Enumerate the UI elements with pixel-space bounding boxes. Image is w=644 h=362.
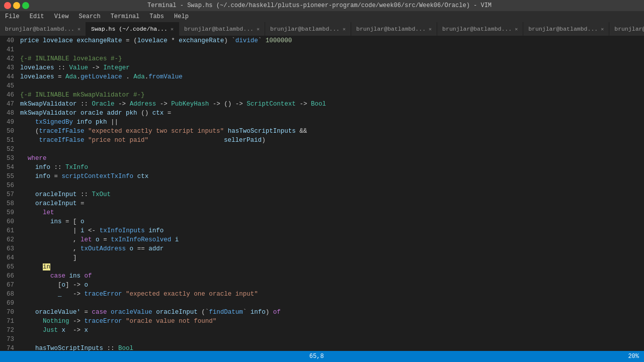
window-controls[interactable] [4,2,29,9]
table-row: 42 {-# INLINABLE lovelaces #-} [0,54,644,63]
table-row: 74 hasTwoScriptInputs :: Bool [0,344,644,351]
close-button[interactable] [4,2,11,9]
table-row: 50 (traceIfFalse "expected exactly two s… [0,127,644,136]
minimize-button[interactable] [13,2,20,9]
table-row: 61 | i <- txInfoInputs info [0,226,644,235]
tab-close-5[interactable]: ✕ [515,26,518,32]
tab-7[interactable]: brunjlar@batlambd... ✕ [609,22,644,36]
table-row: 56 [0,181,644,190]
tab-bar: brunjlar@batlambd... ✕ Swap.hs (~/.code/… [0,22,644,36]
table-row: 41 [0,45,644,54]
tab-0[interactable]: brunjlar@batlambd... ✕ [0,22,86,36]
tab-3[interactable]: brunjlar@batlambd... ✕ [265,22,351,36]
menu-terminal[interactable]: Terminal [108,12,143,21]
table-row: 69 [0,299,644,308]
table-row: 51 traceIfFalse "price not paid" sellerP… [0,136,644,145]
cursor-position: 65,8 [309,353,324,360]
tab-close-2[interactable]: ✕ [257,26,260,32]
tab-close-4[interactable]: ✕ [429,26,432,32]
table-row: 57 oracleInput :: TxOut [0,190,644,199]
status-bar: 65,8 20% [0,351,644,362]
menu-tabs[interactable]: Tabs [146,12,167,21]
table-row: 53 where [0,154,644,163]
table-row: 60 ins = [ o [0,217,644,226]
tab-5[interactable]: brunjlar@batlambd... ✕ [437,22,523,36]
tab-4[interactable]: brunjlar@batlambd... ✕ [351,22,437,36]
tab-close-6[interactable]: ✕ [601,26,604,32]
table-row: 59 let [0,208,644,217]
tab-6[interactable]: brunjlar@batlambd... ✕ [523,22,609,36]
table-row: 44 lovelaces = Ada.getLovelace . Ada.fro… [0,72,644,81]
table-row: 54 info :: TxInfo [0,163,644,172]
tab-2[interactable]: brunjlar@batlambd... ✕ [179,22,265,36]
zoom-level: 20% [628,353,639,360]
table-row: 71 Nothing -> traceError "oracle value n… [0,317,644,326]
table-row: 68 _ -> traceError "expected exactly one… [0,290,644,299]
menu-view[interactable]: View [51,12,72,21]
table-row: 48 mkSwapValidator oracle addr pkh () ct… [0,109,644,118]
window-title: Terminal - Swap.hs (~/.code/haskell/plut… [29,2,610,9]
table-row: 70 oracleValue' = case oracleValue oracl… [0,308,644,317]
code-lines: 40 price lovelace exchangeRate = (lovela… [0,36,644,351]
table-row: 63 , txOutAddress o == addr [0,244,644,253]
table-row: 43 lovelaces :: Value -> Integer [0,63,644,72]
table-row: 49 txSignedBy info pkh || [0,118,644,127]
menu-search[interactable]: Search [75,12,103,21]
table-row: 62 , let o = txInInfoResolved i [0,235,644,244]
table-row: 67 [o] -> o [0,281,644,290]
menu-bar: File Edit View Search Terminal Tabs Help [0,11,644,22]
tab-close-3[interactable]: ✕ [343,26,346,32]
table-row: 52 [0,145,644,154]
menu-help[interactable]: Help [171,12,192,21]
table-row: 64 ] [0,253,644,262]
table-row: 58 oracleInput = [0,199,644,208]
tab-close-0[interactable]: ✕ [77,26,80,32]
table-row: 45 [0,81,644,90]
title-bar: Terminal - Swap.hs (~/.code/haskell/plut… [0,0,644,11]
menu-edit[interactable]: Edit [27,12,47,21]
table-row: 40 price lovelace exchangeRate = (lovela… [0,36,644,45]
table-row: 65 in [0,262,644,272]
table-row: 47 mkSwapValidator :: Oracle -> Address … [0,100,644,109]
tab-close-1[interactable]: ✕ [171,26,174,32]
maximize-button[interactable] [22,2,29,9]
table-row: 72 Just x -> x [0,326,644,335]
table-row: 55 info = scriptContextTxInfo ctx [0,172,644,181]
tab-1[interactable]: Swap.hs (~/.code/ha... ✕ [86,22,179,36]
table-row: 46 {-# INLINABLE mkSwapValidator #-} [0,90,644,100]
table-row: 66 case ins of [0,272,644,281]
table-row: 73 [0,335,644,344]
code-editor[interactable]: 40 price lovelace exchangeRate = (lovela… [0,36,644,351]
menu-file[interactable]: File [2,12,23,21]
